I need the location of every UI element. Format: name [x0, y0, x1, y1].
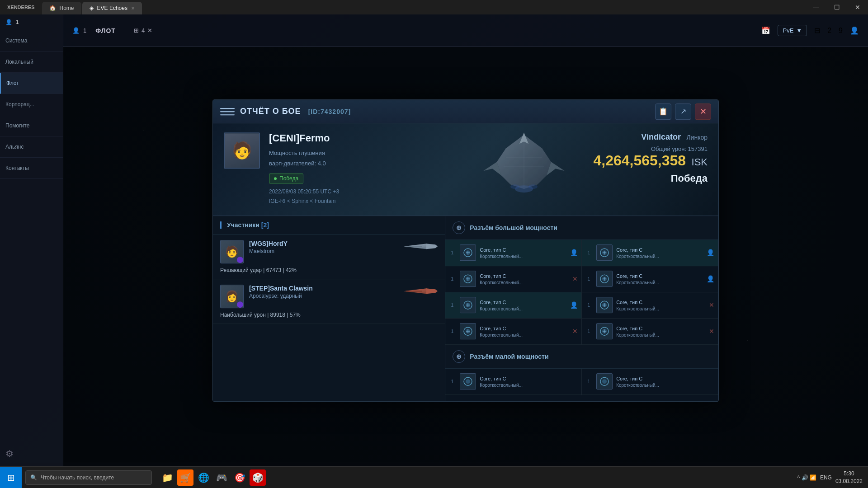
search-icon: 🔍 [30, 474, 37, 481]
slot-name-1: Core, тип C [480, 247, 576, 253]
low-slots-icon: ⊕ [453, 350, 465, 363]
user-avatar-icon: 👤 [72, 27, 80, 34]
weapon-svg-1 [401, 240, 438, 254]
svg-rect-15 [406, 291, 422, 292]
slot-action-1: 👤 [570, 249, 578, 257]
modal-hero: 🧑 [CENI]Fermo Мощность глушения варп-дви… [213, 123, 718, 216]
ship-name: Vindicator [641, 132, 681, 141]
chrome-tabs: 🏠 Home ◈ EVE Echoes ✕ [42, 0, 143, 14]
slot-subname-7: Короткоствольный... [480, 333, 576, 338]
hero-avatar: 🧑 [224, 132, 260, 169]
total-damage: Общий урон: 157391 [593, 145, 708, 152]
left-sidebar: 👤 1 Система Локальный Флот Корпорац... П… [0, 14, 63, 466]
tab-home[interactable]: 🏠 Home [42, 2, 81, 14]
settings-icon[interactable]: ⚙ [5, 449, 14, 459]
ship-name-row: Vindicator Линкор [593, 132, 708, 142]
taskbar-app-game2[interactable]: 🎯 [231, 469, 248, 486]
sidebar-label-flot: Флот [6, 80, 19, 86]
sidebar-item-pomogite[interactable]: Помогите [0, 115, 63, 136]
low-slot-subname-2: Короткоствольный... [616, 383, 712, 388]
slot-num-5: 1 [451, 303, 456, 308]
rank-badge-2 [237, 301, 243, 308]
slot-item-2: 1 Core, тип C Короткоствольный.. [582, 240, 718, 266]
taskbar-app-files[interactable]: 📁 [159, 469, 175, 486]
maximize-button[interactable]: ☐ [826, 0, 847, 14]
menu-line-2 [220, 111, 235, 112]
right-count-2: 9 [839, 27, 843, 35]
taskbar-app-game3[interactable]: 🎲 [250, 469, 266, 486]
slot-name-5: Core, тип C [480, 299, 576, 306]
slot-svg-4 [599, 274, 610, 285]
slot-svg-3 [462, 274, 473, 285]
modal-close-button[interactable]: ✕ [695, 103, 711, 120]
result-text: Победа [593, 173, 708, 184]
tab-home-label: Home [60, 5, 74, 11]
taskbar-app-store[interactable]: 🛒 [177, 469, 193, 486]
sidebar-label-sistema: Система [5, 38, 27, 44]
sidebar-item-alyans[interactable]: Альянс [0, 136, 63, 158]
tab-eve-echoes[interactable]: ◈ EVE Echoes ✕ [82, 2, 142, 14]
modal-backdrop: ОТЧЁТ О БОЕ [ID:7432007] 📋 ↗ ✕ 🧑 [CENI]F… [63, 47, 868, 466]
slot-subname-4: Короткоствольный... [616, 280, 712, 285]
slot-num-4: 1 [587, 277, 593, 282]
sidebar-item-korporac[interactable]: Корпорац... [0, 94, 63, 115]
slot-num-1: 1 [451, 250, 456, 256]
export-button[interactable]: ↗ [675, 103, 691, 120]
tab-close-icon[interactable]: ✕ [131, 6, 135, 11]
sidebar-item-lokalny[interactable]: Локальный [0, 52, 63, 73]
taskbar-search[interactable]: 🔍 Чтобы начать поиск, введите [25, 470, 152, 485]
copy-button[interactable]: 📋 [655, 103, 671, 120]
window-close-icon[interactable]: ✕ [147, 27, 152, 34]
slot-num-2: 1 [587, 250, 593, 256]
game-area: ОТЧЁТ О БОЕ [ID:7432007] 📋 ↗ ✕ 🧑 [CENI]F… [63, 47, 868, 466]
slot-svg-7 [462, 326, 473, 337]
svg-point-6 [528, 184, 538, 189]
filter-icon[interactable]: ⊟ [814, 26, 820, 35]
slot-icon-4 [596, 271, 613, 287]
svg-rect-12 [406, 246, 422, 247]
slot-item-8: 1 Core, тип C Короткоствольный.. [582, 319, 718, 345]
taskbar-app-game1[interactable]: 🎮 [213, 469, 230, 486]
ship-svg [479, 130, 569, 198]
participant-avatar-2: 👩 [220, 285, 244, 308]
participant-stats-1: Решающий удар | 67473 | 42% [220, 267, 438, 273]
slot-subname-2: Короткоствольный... [616, 254, 712, 259]
slot-icon-2 [596, 245, 613, 261]
tab-eve-label: EVE Echoes [97, 5, 127, 11]
taskbar-clock: 5:30 03.08.2022 [835, 470, 863, 485]
slot-action-5: 👤 [570, 302, 578, 309]
slots-panel: ⊕ Разъём большой мощности 1 [445, 216, 718, 401]
sidebar-item-kontakty[interactable]: Контакты [0, 158, 63, 179]
slot-subname-5: Короткоствольный... [480, 306, 576, 311]
hero-right: Vindicator Линкор Общий урон: 157391 4,2… [593, 132, 708, 184]
slot-subname-1: Короткоствольный... [480, 254, 576, 259]
participant-top-row: 🧑 [WGS]HordY Maelstrom [220, 240, 438, 263]
slot-svg-6 [599, 300, 610, 311]
window-count: ⊞ 4 ✕ [134, 27, 152, 34]
start-button[interactable]: ⊞ [0, 467, 22, 488]
calendar-icon: 📅 [761, 26, 770, 35]
user-icon: 👤 [5, 19, 12, 25]
slot-icon-6 [596, 297, 613, 314]
sidebar-item-sistema[interactable]: Система [0, 30, 63, 52]
sidebar-item-flot[interactable]: Флот [0, 73, 63, 94]
weapon-svg-2 [401, 285, 438, 299]
tab-home-icon: 🏠 [49, 5, 56, 11]
modal-header: ОТЧЁТ О БОЕ [ID:7432007] 📋 ↗ ✕ [213, 100, 718, 123]
slot-item-1: 1 Core, тип C Короткоствольный.. [445, 240, 582, 266]
slot-icon-3 [460, 271, 476, 287]
slot-info-2: Core, тип C Короткоствольный... [616, 247, 712, 258]
taskbar-language: ENG [820, 474, 832, 481]
menu-line-1 [220, 108, 235, 109]
minimize-button[interactable]: — [806, 0, 826, 14]
pve-selector[interactable]: PvE ▼ [778, 25, 807, 36]
isk-row: 4,264,565,358 ISK [593, 152, 708, 169]
svg-marker-11 [426, 244, 438, 249]
close-button[interactable]: ✕ [847, 0, 868, 14]
top-bar: 👤 1 ФЛОТ ⊞ 4 ✕ 📅 PvE ▼ ⊟ 2 9 👤 [63, 14, 868, 47]
sidebar-bottom: ⚙ [0, 441, 63, 466]
fleet-title: ФЛОТ [95, 27, 116, 34]
modal-menu-icon[interactable] [220, 104, 235, 119]
battle-report-modal: ОТЧЁТ О БОЕ [ID:7432007] 📋 ↗ ✕ 🧑 [CENI]F… [212, 99, 719, 402]
taskbar-app-browser[interactable]: 🌐 [195, 469, 212, 486]
